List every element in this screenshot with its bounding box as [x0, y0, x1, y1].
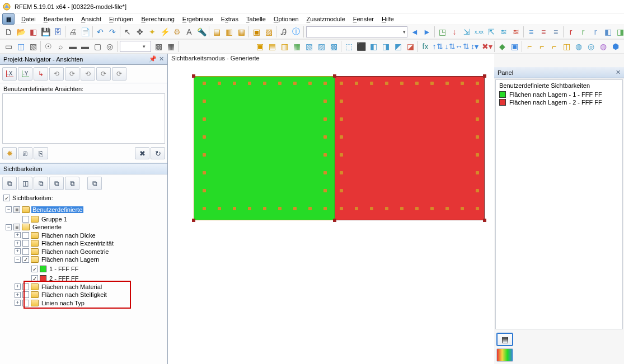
calc2-icon[interactable]: ≡ [537, 26, 550, 38]
r24-icon[interactable]: ⌐ [548, 40, 560, 53]
nav1-icon[interactable]: ▭ [2, 40, 15, 53]
vis6-icon[interactable]: ◎ [104, 40, 116, 53]
redo-icon[interactable]: ↷ [106, 26, 119, 38]
vis3-icon[interactable]: ▬ [67, 40, 79, 53]
layers-icon[interactable]: ▤ [210, 26, 223, 38]
calc3-icon[interactable]: ≡ [550, 26, 562, 38]
select-star-icon[interactable]: ✦ [146, 26, 158, 38]
visset-combo[interactable]: ▾ [120, 41, 151, 52]
vis2-icon[interactable]: ⌕ [54, 40, 67, 53]
vis5-icon[interactable]: ▢ [91, 40, 104, 53]
add-view-button[interactable]: ✸ [2, 147, 17, 159]
res1-icon[interactable]: ⇲ [461, 26, 473, 38]
chevron-down-icon[interactable]: ▾ [143, 44, 146, 49]
tree-checkbox[interactable] [22, 232, 29, 239]
refresh-view-button[interactable]: ↻ [151, 147, 165, 159]
r12-icon[interactable]: ◩ [392, 40, 404, 53]
vis-f[interactable]: ⧉ [87, 177, 102, 190]
db-icon[interactable]: r [565, 26, 577, 38]
wand-icon[interactable]: ⚡ [158, 26, 171, 38]
move-icon[interactable]: ✥ [134, 26, 146, 38]
menu-optionen[interactable]: Optionen [270, 15, 302, 23]
search-a-icon[interactable]: A [183, 26, 195, 38]
expand-icon[interactable]: + [15, 240, 21, 247]
btn-b[interactable]: ⎚ [18, 147, 32, 159]
saveall-icon[interactable]: 🗄 [51, 26, 64, 38]
r17-icon[interactable]: ↔⇅ [456, 40, 468, 53]
menu-extras[interactable]: Extras [218, 15, 242, 23]
res3-icon[interactable]: ≋ [498, 26, 510, 38]
r29-icon[interactable]: ⬢ [609, 40, 622, 53]
tree-item-1[interactable]: 1 - FFF FF [48, 266, 80, 272]
cursor-icon[interactable]: ↖ [121, 26, 134, 38]
report-icon[interactable]: 📄 [79, 26, 91, 38]
menu-zusatzmodule[interactable]: Zusatzmodule [303, 15, 349, 23]
vis-d[interactable]: ⧉ [49, 177, 64, 190]
r27-icon[interactable]: ◎ [585, 40, 597, 53]
view-u2-button[interactable]: ⟳ [65, 67, 79, 81]
view-u4-button[interactable]: ⟳ [96, 67, 111, 81]
tree-gruppe1[interactable]: Gruppe 1 [40, 216, 68, 223]
r11-icon[interactable]: ◨ [379, 40, 392, 53]
menu-ansicht[interactable]: Ansicht [78, 15, 105, 23]
userviews-list[interactable] [2, 93, 165, 144]
r01-icon[interactable]: ▣ [254, 40, 266, 53]
tree-generierte[interactable]: Generierte [31, 224, 63, 230]
tree-checkbox[interactable]: ✓ [31, 266, 38, 272]
r05-icon[interactable]: ▧ [303, 40, 315, 53]
v1-icon[interactable]: ▩ [152, 40, 165, 53]
visset-input[interactable] [121, 42, 143, 51]
undo-icon[interactable]: ↶ [94, 26, 106, 38]
r03-icon[interactable]: ▥ [278, 40, 290, 53]
expand-icon[interactable]: + [15, 248, 21, 254]
r02-icon[interactable]: ▤ [266, 40, 278, 53]
vis-a[interactable]: ⧉ [2, 177, 17, 190]
tree-checkbox[interactable] [22, 216, 29, 223]
db3-icon[interactable]: r [589, 26, 602, 38]
tree-fl-exz[interactable]: Flächen nach Exzentrizität [40, 240, 115, 247]
close-icon[interactable]: ✕ [616, 69, 621, 76]
r21-icon[interactable]: ▣ [508, 40, 520, 53]
r22-icon[interactable]: ⌐ [523, 40, 536, 53]
model-viewport[interactable]: Sichtbarkeitsmodus - Generierte [168, 54, 494, 364]
view-u5-button[interactable]: ⟳ [112, 67, 126, 81]
r06-icon[interactable]: ▨ [315, 40, 327, 53]
r18-icon[interactable]: ↕▾ [468, 40, 481, 53]
btn-c[interactable]: ⎘ [34, 147, 48, 159]
r23-icon[interactable]: ⌐ [536, 40, 548, 53]
save-icon[interactable]: 💾 [39, 26, 51, 38]
search-icon[interactable]: 🔦 [195, 26, 208, 38]
tree-checkbox[interactable] [22, 240, 29, 247]
r09-icon[interactable]: ⬛ [355, 40, 367, 53]
tree-checkbox[interactable] [22, 248, 29, 255]
wand2-icon[interactable]: ⚙ [171, 26, 183, 38]
expand-icon[interactable]: + [15, 300, 21, 306]
vis1-icon[interactable]: ☉ [42, 40, 54, 53]
r13-icon[interactable]: ◪ [404, 40, 416, 53]
extra-icon-1[interactable]: ◧ [27, 26, 39, 38]
nav3-icon[interactable]: ▧ [27, 40, 39, 53]
r26-icon[interactable]: ◍ [573, 40, 585, 53]
tree-checkbox[interactable]: ✓ [22, 256, 29, 263]
open-icon[interactable]: 📂 [15, 26, 27, 38]
r15-icon[interactable]: ↑⇅ [431, 40, 444, 53]
menu-bearbeiten[interactable]: Bearbeiten [40, 15, 77, 23]
r28-icon[interactable]: ◍ [597, 40, 609, 53]
expand-icon[interactable]: + [15, 283, 21, 290]
view-x-button[interactable]: -X [2, 67, 17, 81]
menu-ergebnisse[interactable]: Ergebnisse [179, 15, 217, 23]
surface-1[interactable] [194, 76, 335, 220]
res2-icon[interactable]: ⇱ [485, 26, 498, 38]
grid2-icon[interactable]: ▨ [262, 26, 275, 38]
collapse-icon[interactable]: − [15, 257, 21, 263]
calc1-icon[interactable]: ≡ [525, 26, 537, 38]
v2-icon[interactable]: ▦ [165, 40, 177, 53]
pin-icon[interactable]: 📌 [149, 55, 157, 63]
r16-icon[interactable]: ↓⇅ [444, 40, 456, 53]
view-y-button[interactable]: -Y [18, 67, 32, 81]
panel-tab-list[interactable]: ▤ [496, 333, 513, 346]
vis-e[interactable]: ⧉ [65, 177, 79, 190]
r07-icon[interactable]: ▩ [327, 40, 340, 53]
r25-icon[interactable]: ◫ [560, 40, 573, 53]
info-icon[interactable]: ⓘ [290, 26, 302, 38]
